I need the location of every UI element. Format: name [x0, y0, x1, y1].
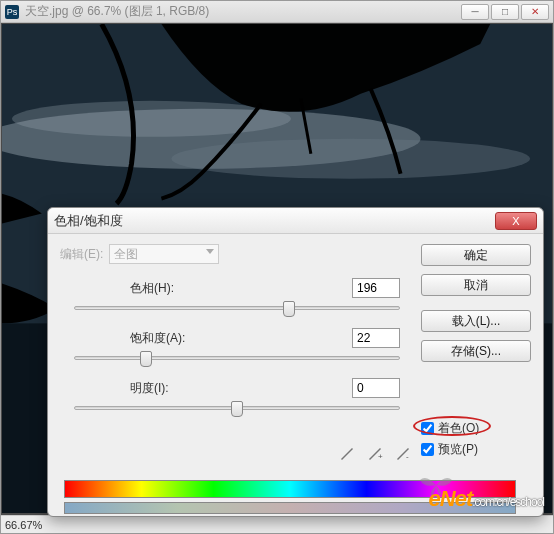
hue-saturation-dialog: 色相/饱和度 X 编辑(E): 全图 色相(H):	[47, 207, 544, 517]
eyedropper-tools: + -	[338, 444, 412, 462]
status-bar: 66.67%	[1, 515, 553, 533]
hue-slider[interactable]	[74, 300, 400, 322]
watermark: eNet.com.cn/eschool	[429, 486, 544, 512]
lightness-slider[interactable]	[74, 400, 400, 422]
edit-channel-select: 全图	[109, 244, 219, 264]
saturation-slider-thumb[interactable]	[140, 351, 152, 367]
hue-slider-thumb[interactable]	[283, 301, 295, 317]
hue-row: 色相(H):	[60, 278, 400, 322]
lightness-row: 明度(I):	[60, 378, 400, 422]
saturation-row: 饱和度(A):	[60, 328, 400, 372]
dialog-title-text: 色相/饱和度	[54, 212, 123, 230]
dialog-close-button[interactable]: X	[495, 212, 537, 230]
hue-input[interactable]	[352, 278, 400, 298]
app-icon: Ps	[5, 5, 19, 19]
preview-label: 预览(P)	[438, 441, 478, 458]
dialog-titlebar[interactable]: 色相/饱和度 X	[48, 208, 543, 234]
eyedropper-plus-icon[interactable]: +	[366, 444, 384, 462]
dialog-left-panel: 编辑(E): 全图 色相(H): 饱和度(A):	[60, 244, 400, 428]
window-title: 天空.jpg @ 66.7% (图层 1, RGB/8)	[25, 3, 209, 20]
ok-button[interactable]: 确定	[421, 244, 531, 266]
hue-label: 色相(H):	[130, 280, 174, 297]
colorize-checkbox[interactable]	[421, 422, 434, 435]
load-button[interactable]: 载入(L)...	[421, 310, 531, 332]
svg-text:-: -	[406, 452, 409, 461]
lightness-input[interactable]	[352, 378, 400, 398]
svg-point-2	[171, 139, 530, 179]
lightness-slider-thumb[interactable]	[231, 401, 243, 417]
saturation-label: 饱和度(A):	[130, 330, 185, 347]
lightness-label: 明度(I):	[130, 380, 169, 397]
saturation-slider[interactable]	[74, 350, 400, 372]
edit-label: 编辑(E):	[60, 246, 103, 263]
zoom-level: 66.67%	[5, 519, 42, 531]
maximize-button[interactable]: □	[491, 4, 519, 20]
svg-text:+: +	[378, 452, 383, 461]
eyedropper-minus-icon[interactable]: -	[394, 444, 412, 462]
saturation-input[interactable]	[352, 328, 400, 348]
titlebar: Ps 天空.jpg @ 66.7% (图层 1, RGB/8) ─ □ ✕	[1, 1, 553, 23]
minimize-button[interactable]: ─	[461, 4, 489, 20]
colorize-label: 着色(O)	[438, 420, 479, 437]
cancel-button[interactable]: 取消	[421, 274, 531, 296]
save-button[interactable]: 存储(S)...	[421, 340, 531, 362]
dialog-right-panel: 确定 取消 载入(L)... 存储(S)... 着色(O) 预览(P)	[421, 244, 531, 458]
preview-checkbox[interactable]	[421, 443, 434, 456]
eyedropper-icon[interactable]	[338, 444, 356, 462]
chevron-down-icon	[206, 249, 214, 254]
close-button[interactable]: ✕	[521, 4, 549, 20]
